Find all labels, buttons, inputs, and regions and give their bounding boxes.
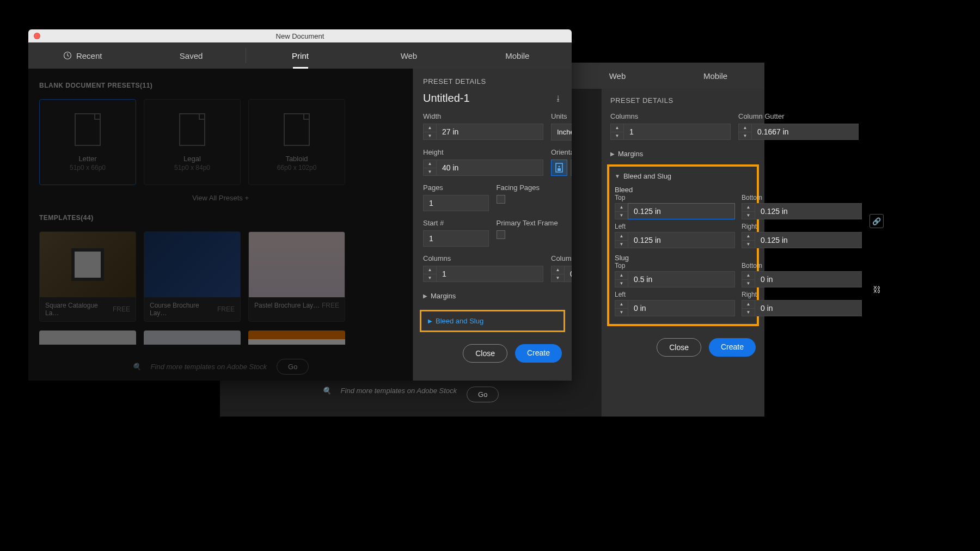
go-button[interactable]: Go (277, 359, 309, 375)
gutter-stepper[interactable]: ▲▼ (551, 266, 564, 282)
new-document-window: New Document Recent Saved Print Web Mobi… (28, 29, 572, 381)
slug-left-stepper[interactable]: ▲▼ (615, 300, 628, 316)
search-icon: 🔍 (322, 387, 331, 402)
facing-pages-label: Facing Pages (497, 183, 562, 192)
gutter-input[interactable] (751, 124, 859, 140)
bleed-right-input[interactable] (755, 232, 862, 248)
width-stepper[interactable]: ▲▼ (423, 124, 436, 140)
slug-bottom-stepper[interactable]: ▲▼ (742, 271, 755, 287)
start-input[interactable] (423, 230, 489, 247)
height-input[interactable] (436, 160, 543, 176)
bleed-header: Bleed (615, 186, 751, 194)
gutter-input[interactable] (564, 266, 572, 282)
template-card[interactable] (39, 330, 136, 345)
save-preset-icon[interactable]: ⭳ (555, 94, 562, 102)
bleed-bottom-label: Bottom (742, 194, 862, 201)
template-card[interactable] (144, 330, 241, 345)
columns-input[interactable] (436, 266, 543, 282)
preset-tabloid[interactable]: Tabloid 66p0 x 102p0 (248, 99, 345, 185)
create-button[interactable]: Create (709, 338, 756, 357)
template-card[interactable]: Square Catalogue La…FREE (39, 231, 136, 322)
create-button[interactable]: Create (515, 344, 562, 363)
slug-top-input[interactable] (628, 271, 735, 287)
blank-presets-count: (11) (140, 82, 152, 89)
slug-bottom-input[interactable] (755, 271, 862, 287)
preset-details-header: PRESET DETAILS (610, 96, 756, 105)
margins-collapsed[interactable]: ▶ Margins (610, 150, 756, 158)
bleed-left-stepper[interactable]: ▲▼ (615, 232, 628, 248)
chevron-right-icon: ▶ (610, 151, 615, 157)
units-select[interactable]: Inches ▼ (551, 124, 572, 140)
bleed-bottom-input[interactable] (755, 203, 862, 219)
template-card[interactable]: Pastel Brochure Lay…FREE (248, 231, 345, 322)
gutter-label: Column Gutter (551, 254, 572, 262)
stock-search-text[interactable]: Find more templates on Adobe Stock (151, 363, 267, 371)
chevron-right-icon: ▶ (428, 318, 432, 324)
columns-input[interactable] (623, 124, 731, 140)
document-name[interactable]: Untitled-1 (423, 92, 470, 105)
bleed-top-stepper[interactable]: ▲▼ (615, 203, 628, 219)
search-icon: 🔍 (132, 363, 141, 371)
pages-input[interactable] (423, 195, 489, 211)
tab-mobile[interactable]: Mobile (666, 63, 764, 89)
svg-rect-3 (558, 168, 561, 171)
preset-details-panel: PRESET DETAILS Untitled-1 ⭳ Width ▲▼ Uni… (413, 69, 572, 381)
columns-label: Columns (610, 112, 731, 120)
bleed-slug-collapsed[interactable]: ▶ Bleed and Slug (420, 310, 565, 332)
gutter-stepper[interactable]: ▲▼ (738, 124, 751, 140)
bleed-left-input[interactable] (628, 232, 735, 248)
slug-left-input[interactable] (628, 300, 735, 316)
search-placeholder[interactable]: Find more templates on Adobe Stock (341, 387, 457, 402)
tab-saved[interactable]: Saved (137, 42, 245, 69)
plus-icon: + (245, 194, 249, 202)
window-title: New Document (28, 32, 572, 40)
bleed-top-input[interactable] (628, 203, 735, 219)
preset-letter[interactable]: Letter 51p0 x 66p0 (39, 99, 136, 185)
bleed-bottom-stepper[interactable]: ▲▼ (742, 203, 755, 219)
go-button[interactable]: Go (467, 387, 499, 402)
tab-web[interactable]: Web (354, 42, 463, 69)
template-card[interactable] (248, 330, 345, 345)
bleed-right-label: Right (742, 223, 862, 230)
unlink-slug-icon[interactable]: ⛓ (873, 285, 881, 294)
svg-point-2 (559, 166, 560, 168)
orientation-portrait[interactable] (551, 160, 567, 176)
ptf-label: Primary Text Frame (497, 219, 562, 227)
width-input[interactable] (436, 124, 543, 140)
link-bleed-icon[interactable]: 🔗 (869, 214, 884, 228)
portrait-icon (555, 163, 563, 173)
columns-stepper[interactable]: ▲▼ (610, 124, 623, 140)
preset-legal[interactable]: Legal 51p0 x 84p0 (144, 99, 241, 185)
facing-pages-checkbox[interactable] (497, 195, 505, 204)
bleed-slug-section: ▼ Bleed and Slug Bleed Top ▲▼ Bottom (607, 164, 759, 326)
pages-label: Pages (423, 183, 489, 192)
close-button[interactable]: Close (657, 338, 701, 357)
chevron-down-icon: ▼ (615, 173, 620, 179)
clock-icon (63, 51, 72, 60)
preset-details-header: PRESET DETAILS (423, 77, 562, 85)
close-button[interactable]: Close (463, 344, 507, 363)
tab-mobile[interactable]: Mobile (463, 42, 572, 69)
columns-label: Columns (423, 254, 543, 262)
blank-presets-header: BLANK DOCUMENT PRESETS (39, 82, 140, 89)
margins-collapsed[interactable]: ▶ Margins (423, 292, 562, 300)
orientation-landscape[interactable] (571, 160, 572, 176)
slug-right-input[interactable] (755, 300, 862, 316)
view-all-presets[interactable]: View All Presets + (39, 194, 402, 202)
columns-stepper[interactable]: ▲▼ (423, 266, 436, 282)
start-label: Start # (423, 219, 489, 227)
category-tab-row: Recent Saved Print Web Mobile (28, 42, 572, 69)
tab-web[interactable]: Web (568, 63, 666, 89)
primary-text-frame-checkbox[interactable] (497, 230, 505, 239)
bleed-slug-label: Bleed and Slug (623, 172, 671, 180)
height-stepper[interactable]: ▲▼ (423, 160, 436, 176)
slug-top-label: Top (615, 262, 735, 270)
slug-top-stepper[interactable]: ▲▼ (615, 271, 628, 287)
bleed-right-stepper[interactable]: ▲▼ (742, 232, 755, 248)
tab-recent[interactable]: Recent (28, 42, 137, 69)
orientation-label: Orientation (551, 148, 572, 156)
template-card[interactable]: Course Brochure Lay…FREE (144, 231, 241, 322)
slug-right-stepper[interactable]: ▲▼ (742, 300, 755, 316)
tab-print[interactable]: Print (246, 42, 354, 69)
bleed-top-label: Top (615, 194, 735, 201)
